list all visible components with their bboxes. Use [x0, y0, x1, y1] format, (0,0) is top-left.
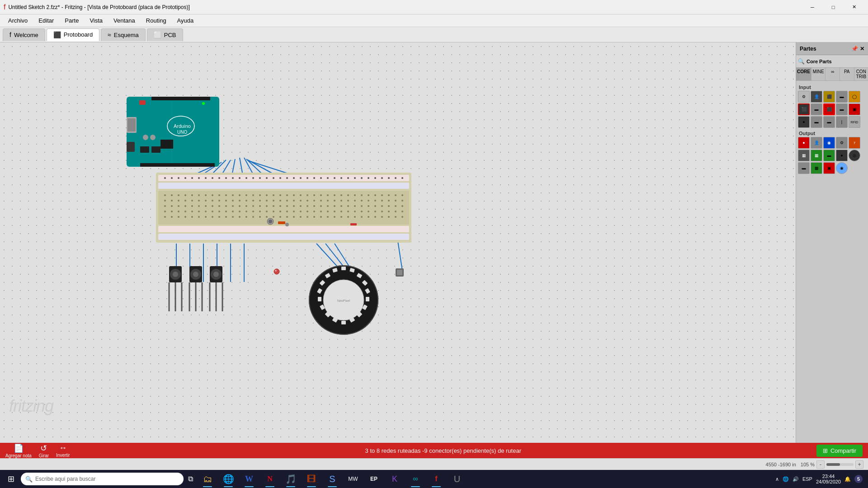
menu-parte[interactable]: Parte [60, 16, 83, 25]
svg-point-78 [401, 177, 403, 179]
minimize-button[interactable]: ─ [802, 0, 823, 14]
part-input-10[interactable]: ▣ [849, 103, 860, 115]
taskbar-app-chrome[interactable]: 🌐 [218, 470, 238, 488]
part-output-1[interactable]: ● [798, 137, 810, 149]
zoom-slider[interactable] [826, 463, 854, 466]
taskbar-right: ∧ 🌐 🔊 ESP 23:44 24/09/2020 🔔 5 [772, 474, 866, 484]
part-input-6[interactable]: ⬛ [798, 103, 810, 115]
zoom-out-button[interactable]: - [816, 460, 825, 469]
part-input-9[interactable]: ▬ [836, 103, 848, 115]
small-led[interactable] [274, 268, 280, 276]
part-input-3[interactable]: ⬛ [823, 91, 835, 103]
menu-ayuda[interactable]: Ayuda [173, 16, 198, 25]
close-button[interactable]: ✕ [844, 0, 864, 14]
part-input-11[interactable]: ● [798, 116, 810, 128]
part-input-2[interactable]: 👤 [811, 91, 822, 103]
potentiometer-1[interactable] [167, 266, 184, 313]
maximize-button[interactable]: □ [823, 0, 844, 14]
tab-welcome[interactable]: f Welcome [3, 28, 45, 41]
parts-cat-pa[interactable]: PA [840, 68, 854, 80]
taskbar-app-mw[interactable]: MW [343, 470, 363, 488]
part-input-13[interactable]: ▬ [823, 116, 835, 128]
taskbar-chevron[interactable]: ∧ [775, 476, 779, 482]
agregar-nota-button[interactable]: 📄 Agregar nota [5, 443, 32, 458]
part-input-8[interactable]: ⬛ [823, 103, 835, 115]
parts-panel-close[interactable]: ✕ [860, 46, 864, 52]
tab-pcb[interactable]: ⬜ PCB [147, 28, 183, 41]
part-input-rfid[interactable]: RFID [849, 116, 860, 128]
taskbar-app-steam[interactable]: S [322, 470, 342, 488]
taskbar-app-fritzing[interactable]: f [426, 470, 446, 488]
girar-button[interactable]: ↺ Girar [39, 443, 49, 458]
notification-icon[interactable]: 🔔 [844, 476, 851, 482]
part-input-12[interactable]: ▬ [811, 116, 822, 128]
potentiometer-2[interactable] [188, 266, 204, 313]
part-output-12[interactable]: ▦ [811, 162, 822, 174]
parts-cat-contrib[interactable]: CON TRIB [854, 68, 868, 80]
taskbar-search[interactable]: 🔍 Escribe aquí para buscar [21, 473, 184, 485]
taskbar-app-arduino-ide[interactable]: ∞ [406, 470, 425, 488]
part-output-6[interactable]: ▦ [798, 150, 810, 161]
part-input-4[interactable]: ▬ [836, 91, 848, 103]
menu-routing[interactable]: Routing [142, 16, 171, 25]
menu-editar[interactable]: Editar [34, 16, 58, 25]
part-input-5[interactable]: ◯ [849, 91, 860, 103]
taskbar-app-powerpoint[interactable]: 🎞 [302, 470, 321, 488]
taskbar-app-netflix[interactable]: N [260, 470, 280, 488]
parts-category-tabs: CORE MINE ∞ PA CON TRIB [796, 68, 868, 81]
tab-protoboard[interactable]: ⬛ Protoboard [47, 28, 99, 41]
parts-cat-infinity[interactable]: ∞ [826, 68, 840, 80]
part-output-10[interactable]: ◎ [849, 150, 860, 161]
menu-ventana[interactable]: Ventana [109, 16, 140, 25]
menu-archivo[interactable]: Archivo [4, 16, 32, 25]
svg-point-251 [354, 216, 356, 218]
svg-point-183 [381, 205, 383, 207]
potentiometer-3[interactable] [208, 266, 224, 313]
taskbar-app-word[interactable]: W [239, 470, 259, 488]
start-button[interactable]: ⊞ [2, 470, 20, 488]
compartir-button[interactable]: ⊞ Compartir [816, 445, 863, 457]
taskbar-app-k[interactable]: K [385, 470, 405, 488]
breadboard[interactable] [156, 173, 411, 243]
part-output-8[interactable]: ▬ [823, 150, 835, 161]
svg-point-161 [232, 205, 234, 207]
svg-point-242 [293, 216, 295, 218]
parts-cat-core[interactable]: CORE [796, 68, 811, 80]
taskbar-app-spotify[interactable]: 🎵 [281, 470, 301, 488]
part-input-7[interactable]: ▬ [811, 103, 822, 115]
svg-point-184 [388, 205, 390, 207]
svg-point-185 [395, 205, 396, 207]
taskbar-app-epic[interactable]: EP [364, 470, 384, 488]
small-sensor[interactable] [267, 218, 274, 226]
part-input-1[interactable]: ⚙ [798, 91, 810, 103]
neopixel-ring[interactable]: NeoPixel [307, 264, 380, 338]
svg-rect-302 [318, 297, 321, 301]
part-output-3[interactable]: ◉ [823, 137, 835, 149]
invertir-button[interactable]: ↔ Invertir [56, 443, 70, 458]
task-view-button[interactable]: ⧉ [188, 475, 193, 483]
menu-vista[interactable]: Vista [85, 16, 107, 25]
part-output-14[interactable]: ◉ [836, 162, 848, 174]
part-output-13[interactable]: ▣ [823, 162, 835, 174]
svg-point-233 [232, 216, 234, 218]
tab-esquema[interactable]: ≈ Esquema [101, 28, 146, 41]
part-output-2[interactable]: 👤 [811, 137, 822, 149]
svg-point-223 [164, 216, 166, 218]
svg-point-106 [347, 194, 349, 196]
canvas-area[interactable]: Arduino UNO [0, 42, 796, 443]
arduino-uno[interactable]: Arduino UNO [127, 97, 219, 167]
part-input-14[interactable]: | [836, 116, 848, 128]
svg-point-222 [401, 211, 403, 212]
parts-cat-mine[interactable]: MINE [811, 68, 826, 80]
svg-point-212 [334, 211, 335, 212]
part-output-9[interactable]: ● [836, 150, 848, 161]
taskbar-app-u[interactable]: U [447, 470, 467, 488]
part-output-5[interactable]: 7 [849, 137, 860, 149]
part-output-4[interactable]: ⚙ [836, 137, 848, 149]
part-output-7[interactable]: ▦ [811, 150, 822, 161]
taskbar-app-explorer[interactable]: 🗂 [198, 470, 217, 488]
zoom-in-button[interactable]: + [855, 460, 863, 469]
part-output-11[interactable]: ▬ [798, 162, 810, 174]
parts-panel-pin[interactable]: 📌 [851, 46, 858, 52]
connector-top-right[interactable] [396, 268, 404, 278]
